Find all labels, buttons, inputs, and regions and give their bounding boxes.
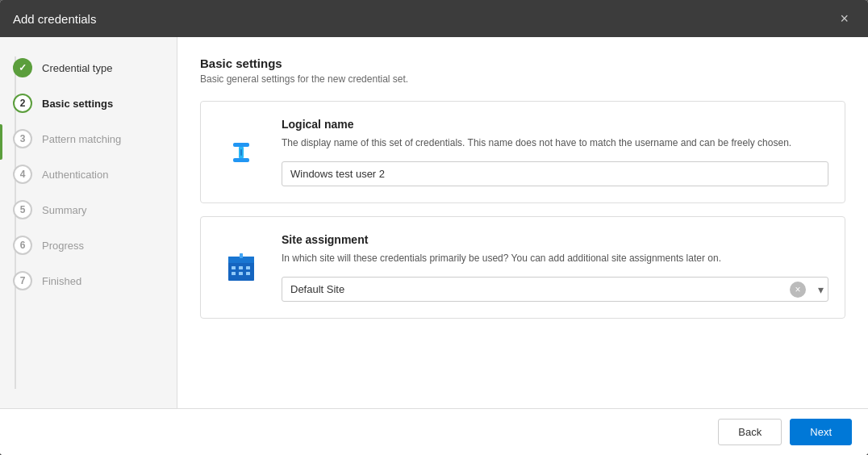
modal-body: ✓ Credential type 2 Basic settings 3 Pat… [0, 37, 868, 408]
section-subtitle: Basic general settings for the new crede… [200, 73, 845, 85]
site-assignment-select[interactable]: Default Site [282, 277, 828, 302]
svg-rect-9 [232, 272, 236, 275]
sidebar-item-authentication[interactable]: 4 Authentication [0, 157, 177, 192]
step-7-number: 7 [13, 271, 32, 290]
site-assignment-select-wrapper: Default Site × ▾ [282, 277, 828, 302]
sidebar-item-finished[interactable]: 7 Finished [0, 263, 177, 298]
modal-title: Add credentials [13, 12, 96, 26]
svg-rect-6 [232, 266, 236, 269]
step-4-label: Authentication [42, 169, 108, 181]
logical-name-icon [217, 118, 265, 186]
main-content: Basic settings Basic general settings fo… [177, 37, 868, 408]
step-2-label: Basic settings [42, 98, 113, 110]
svg-rect-10 [239, 272, 243, 275]
logical-name-input[interactable] [282, 161, 828, 186]
modal-footer: Back Next [0, 408, 868, 455]
logical-name-card: Logical name The display name of this se… [200, 101, 845, 203]
sidebar-item-progress[interactable]: 6 Progress [0, 228, 177, 263]
step-6-label: Progress [42, 240, 84, 252]
site-assignment-body: Site assignment In which site will these… [282, 233, 828, 302]
sidebar-item-summary[interactable]: 5 Summary [0, 192, 177, 228]
step-3-number: 3 [13, 129, 32, 148]
back-button[interactable]: Back [718, 419, 782, 445]
step-1-number: ✓ [13, 58, 32, 77]
logical-name-title: Logical name [282, 118, 828, 131]
sidebar-item-pattern-matching[interactable]: 3 Pattern matching [0, 121, 177, 157]
site-assignment-icon [217, 233, 265, 302]
cursor-icon [222, 133, 261, 172]
site-assignment-card: Site assignment In which site will these… [200, 216, 845, 319]
step-5-label: Summary [42, 204, 87, 216]
svg-rect-12 [240, 253, 243, 258]
building-icon [222, 248, 261, 287]
svg-rect-2 [233, 158, 249, 162]
step-2-number: 2 [13, 94, 32, 113]
step-3-label: Pattern matching [42, 133, 121, 145]
svg-rect-0 [233, 143, 249, 147]
logical-name-body: Logical name The display name of this se… [282, 118, 828, 186]
svg-rect-7 [239, 266, 243, 269]
svg-rect-3 [240, 149, 242, 156]
svg-rect-8 [246, 266, 250, 269]
modal-header: Add credentials × [0, 0, 868, 37]
next-button[interactable]: Next [790, 419, 852, 445]
site-assignment-description: In which site will these credentials pri… [282, 251, 828, 265]
sidebar-item-basic-settings[interactable]: 2 Basic settings [0, 86, 177, 121]
step-4-number: 4 [13, 165, 32, 184]
step-5-number: 5 [13, 200, 32, 219]
add-credentials-modal: Add credentials × ✓ Credential type 2 Ba… [0, 0, 868, 455]
svg-rect-11 [246, 272, 250, 275]
step-7-label: Finished [42, 275, 81, 287]
sidebar-item-credential-type[interactable]: ✓ Credential type [0, 50, 177, 86]
close-button[interactable]: × [833, 8, 855, 29]
logical-name-description: The display name of this set of credenti… [282, 136, 828, 150]
site-assignment-clear-button[interactable]: × [790, 282, 806, 298]
step-6-number: 6 [13, 236, 32, 255]
sidebar: ✓ Credential type 2 Basic settings 3 Pat… [0, 37, 177, 408]
site-assignment-title: Site assignment [282, 233, 828, 246]
section-title: Basic settings [200, 56, 845, 70]
step-1-label: Credential type [42, 62, 112, 74]
